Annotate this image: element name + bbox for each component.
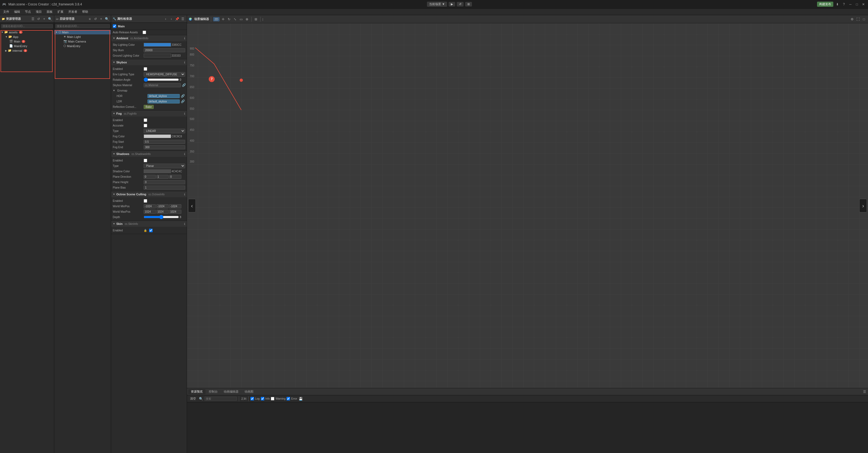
shadows-header[interactable]: ▼ Shadows cc.ShadowsInfo ℹ <box>111 151 187 157</box>
tab-assets-preview[interactable]: 资源预览 <box>188 389 206 394</box>
skybox-enabled-checkbox[interactable] <box>144 67 147 71</box>
skybox-info-icon[interactable]: ℹ <box>184 61 185 64</box>
shadows-type-select[interactable]: Planar <box>144 164 185 168</box>
tab-animation-graph[interactable]: 动画图 <box>242 389 256 394</box>
minpos-z-input[interactable] <box>169 204 181 208</box>
fog-type-select[interactable]: LINEAR <box>144 129 185 133</box>
inspector-menu-btn[interactable]: ☰ <box>180 17 185 22</box>
hdr-link-btn[interactable]: 🔗 <box>180 94 185 98</box>
env-lighting-select[interactable]: HEMISPHERE_DIFFUSE <box>144 72 185 77</box>
scale-tool-btn[interactable]: ⤡ <box>232 17 238 22</box>
settings-icon[interactable]: ⚙ <box>849 17 855 22</box>
rotation-slider[interactable] <box>144 78 179 81</box>
build-publish-btn[interactable]: 构建发布 <box>817 2 833 7</box>
fog-end-input[interactable] <box>144 145 185 149</box>
skin-enabled-checkbox[interactable] <box>149 229 153 232</box>
hierarchy-toggle-btn[interactable]: ≡ <box>87 17 92 22</box>
fog-enabled-checkbox[interactable] <box>144 119 147 122</box>
maxpos-x-input[interactable] <box>144 210 156 214</box>
ground-color-swatch[interactable] <box>144 54 171 58</box>
hierarchy-item-mainlight[interactable]: ☀ Main Light <box>54 34 111 39</box>
console-search-input[interactable] <box>205 397 237 401</box>
octree-enabled-checkbox[interactable] <box>144 199 147 203</box>
skybox-material-input[interactable] <box>144 83 181 87</box>
octree-header[interactable]: ▼ Octree Scene Culling cc.OctreeInfo ℹ <box>111 191 187 197</box>
shadows-enabled-checkbox[interactable] <box>144 159 147 162</box>
rotate-tool-btn[interactable]: ↻ <box>227 17 231 22</box>
hierarchy-refresh-btn[interactable]: ↺ <box>93 17 98 22</box>
assets-tree-item-assets[interactable]: ▼ 📂 assets 1 <box>0 30 54 34</box>
minimize-btn[interactable]: ─ <box>848 2 853 7</box>
log-checkbox[interactable] <box>250 397 254 400</box>
fog-header[interactable]: ▼ Fog cc.FogInfo ℹ <box>111 110 187 117</box>
minpos-x-input[interactable] <box>144 204 156 208</box>
skybox-material-pick-btn[interactable]: 🔗 <box>181 83 186 88</box>
tab-console[interactable]: 控制台 <box>206 389 220 394</box>
search-console-icon[interactable]: 🔍 <box>198 396 203 401</box>
depth-slider[interactable] <box>144 216 179 219</box>
menu-help[interactable]: 帮助 <box>80 9 90 14</box>
snap-btn[interactable]: ⊞ <box>253 17 258 22</box>
fog-start-input[interactable] <box>144 140 185 144</box>
assets-tree-item-main[interactable]: 🎬 Main 2 <box>0 39 54 44</box>
error-checkbox[interactable] <box>286 397 290 400</box>
play-btn[interactable]: ▶ <box>448 2 455 6</box>
auto-release-checkbox[interactable] <box>143 31 146 34</box>
mode-2d-btn[interactable]: 2D <box>213 17 220 22</box>
menu-panel[interactable]: 面板 <box>44 9 55 14</box>
menu-file[interactable]: 文件 <box>1 9 11 14</box>
menu-dev[interactable]: 开发者 <box>66 9 80 14</box>
inspector-nav-back[interactable]: ‹ <box>163 17 168 22</box>
fog-accurate-checkbox[interactable] <box>144 124 147 127</box>
scene-dropdown[interactable]: 当前场景 ▼ <box>427 2 447 7</box>
skybox-header[interactable]: ▼ Skybox ℹ <box>111 59 187 65</box>
inspector-nav-forward[interactable]: › <box>169 17 174 22</box>
help-icon[interactable]: ? <box>841 2 846 7</box>
tab-animation-editor[interactable]: 动画编辑器 <box>221 389 241 394</box>
maxpos-y-input[interactable] <box>156 210 168 214</box>
plane-y-input[interactable] <box>156 175 168 179</box>
menu-extend[interactable]: 扩展 <box>55 9 66 14</box>
info-checkbox[interactable] <box>261 397 264 400</box>
bottom-panel-menu-btn[interactable]: ☰ <box>862 389 867 394</box>
maxpos-z-input[interactable] <box>169 210 181 214</box>
refresh-btn[interactable]: ↺ <box>457 2 464 6</box>
assets-tree-item-internal[interactable]: ▶ 📁 internal 3 <box>0 48 54 53</box>
hdr-asset-field[interactable]: default_skybox <box>148 94 180 98</box>
assets-search-input[interactable] <box>1 24 53 28</box>
maximize-scene-icon[interactable]: □ <box>862 17 866 22</box>
hierarchy-add-btn[interactable]: + <box>99 17 103 22</box>
ambient-header[interactable]: ▼ Ambient cc.AmbientInfo ℹ <box>111 35 187 41</box>
ambient-info-icon[interactable]: ℹ <box>184 37 185 40</box>
ldr-asset-field[interactable]: default_skybox <box>148 99 180 103</box>
fog-color-swatch[interactable] <box>144 134 171 138</box>
menu-node[interactable]: 节点 <box>23 9 33 14</box>
assets-menu-btn[interactable]: ☰ <box>30 17 35 22</box>
ldr-link-btn[interactable]: 🔗 <box>180 99 185 104</box>
plane-height-input[interactable] <box>144 180 185 184</box>
sky-color-swatch[interactable] <box>144 43 171 46</box>
assets-add-btn[interactable]: + <box>42 17 46 22</box>
skin-info-icon[interactable]: ℹ <box>184 222 185 225</box>
hierarchy-item-mainentry[interactable]: ⬡ MainEntry <box>54 44 111 48</box>
plane-x-input[interactable] <box>144 175 156 179</box>
hierarchy-item-maincamera[interactable]: 📷 Main Camera <box>54 39 111 44</box>
warning-checkbox[interactable] <box>271 397 274 400</box>
scene-nav-right-btn[interactable]: › <box>859 199 867 213</box>
close-btn[interactable]: ✕ <box>861 2 866 7</box>
transform-tool-btn[interactable]: ⊕ <box>245 17 249 22</box>
hierarchy-search-btn[interactable]: 🔍 <box>104 17 109 22</box>
hierarchy-search-input[interactable] <box>55 24 110 28</box>
sky-illum-input[interactable] <box>144 48 185 52</box>
main-active-checkbox[interactable] <box>113 24 116 28</box>
assets-tree-item-mainentry[interactable]: 📄 MainEntry <box>0 44 54 48</box>
shadows-info-icon[interactable]: ℹ <box>184 153 185 156</box>
menu-project[interactable]: 项目 <box>34 9 44 14</box>
octree-info-icon[interactable]: ℹ <box>184 193 185 196</box>
skin-header[interactable]: ▼ Skin cc.SkinInfo ℹ <box>111 221 187 227</box>
download-icon[interactable]: ⬇ <box>835 2 840 7</box>
hierarchy-item-main[interactable]: ▼ ⬡ Main <box>54 30 111 34</box>
assets-search-btn[interactable]: 🔍 <box>48 17 52 22</box>
rect-tool-btn[interactable]: ▭ <box>239 17 243 22</box>
bake-button[interactable]: Bake <box>144 105 154 109</box>
